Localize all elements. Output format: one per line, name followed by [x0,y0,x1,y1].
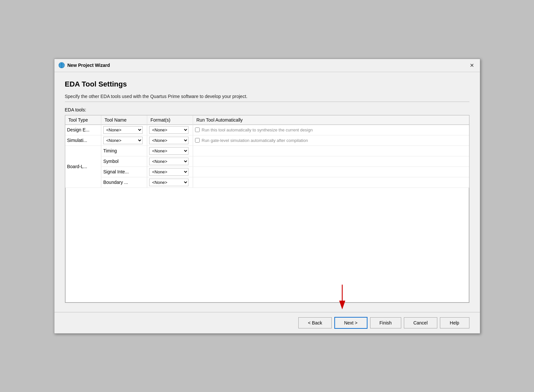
description-divider [65,102,469,102]
row1-run-checkbox[interactable] [195,127,200,132]
row1-toolname-dropdown[interactable]: <None> [103,126,143,134]
row2-tooltype: Simulati... [65,135,101,146]
page-title: EDA Tool Settings [65,80,469,88]
table-row: Board-L... Timing <None> [65,146,469,156]
back-button[interactable]: < Back [298,317,331,328]
row1-tooltype: Design E... [65,125,101,135]
table-row: Boundary ... <None> [65,177,469,187]
row2-formats-dropdown[interactable]: <None> [149,137,188,144]
row6-boundary-dropdown[interactable]: <None> [149,179,188,186]
row6-boundary-run [193,177,469,187]
row4-symbol-formats[interactable]: <None> [147,156,193,167]
finish-button[interactable]: Finish [370,317,401,328]
row5-sigint-formats[interactable]: <None> [147,167,193,177]
row1-toolname[interactable]: <None> [101,125,147,135]
titlebar-left: New Project Wizard [58,62,110,69]
row5-sigint-dropdown[interactable]: <None> [149,168,188,176]
row3-timing-run [193,146,469,156]
row3-timing-label: Timing [101,146,147,156]
table-empty-area [65,188,469,303]
row1-run-label: Run this tool automatically to synthesiz… [202,127,313,132]
table-row: Symbol <None> [65,156,469,167]
col-header-formats: Format(s) [147,115,193,125]
row6-boundary-label: Boundary ... [101,177,147,187]
row5-sigint-label: Signal Inte... [101,167,147,177]
close-button[interactable]: ✕ [468,62,476,69]
row3-timing-dropdown[interactable]: <None> [149,147,188,155]
table-header-row: Tool Type Tool Name Format(s) Run Tool A… [65,115,469,125]
col-header-tooltype: Tool Type [65,115,101,125]
cancel-button[interactable]: Cancel [404,317,437,328]
table-row: Simulati... <None> <None> [65,135,469,146]
main-content: EDA Tool Settings Specify the other EDA … [54,72,480,308]
titlebar: New Project Wizard ✕ [54,59,480,72]
row3-tooltype: Board-L... [65,146,101,187]
col-header-run: Run Tool Automatically [193,115,469,125]
table-row: Design E... <None> <None> [65,125,469,135]
help-button[interactable]: Help [440,317,469,328]
row4-symbol-label: Symbol [101,156,147,167]
row2-run-auto: Run gate-level simulation automatically … [193,135,469,146]
row5-sigint-run [193,167,469,177]
row3-timing-formats[interactable]: <None> [147,146,193,156]
next-button[interactable]: Next > [334,317,367,329]
row6-boundary-formats[interactable]: <None> [147,177,193,187]
row2-toolname-dropdown[interactable]: <None> [103,137,143,144]
row1-formats[interactable]: <None> [147,125,193,135]
main-window: New Project Wizard ✕ EDA Tool Settings S… [54,59,480,334]
row4-symbol-run [193,156,469,167]
eda-tools-table: Tool Type Tool Name Format(s) Run Tool A… [65,115,469,303]
footer: < Back Next > Finish Cancel Help [54,312,480,333]
description-text: Specify the other EDA tools used with th… [65,94,469,99]
row2-formats[interactable]: <None> [147,135,193,146]
table-row: Signal Inte... <None> [65,167,469,177]
app-icon [58,62,65,69]
row4-symbol-dropdown[interactable]: <None> [149,158,188,165]
row2-run-checkbox[interactable] [195,138,200,143]
row1-formats-dropdown[interactable]: <None> [149,126,188,134]
window-title: New Project Wizard [68,63,110,68]
eda-tools-label: EDA tools: [65,107,469,112]
row1-run-auto: Run this tool automatically to synthesiz… [193,125,469,135]
row2-toolname[interactable]: <None> [101,135,147,146]
col-header-toolname: Tool Name [101,115,147,125]
row2-run-label: Run gate-level simulation automatically … [202,138,308,143]
